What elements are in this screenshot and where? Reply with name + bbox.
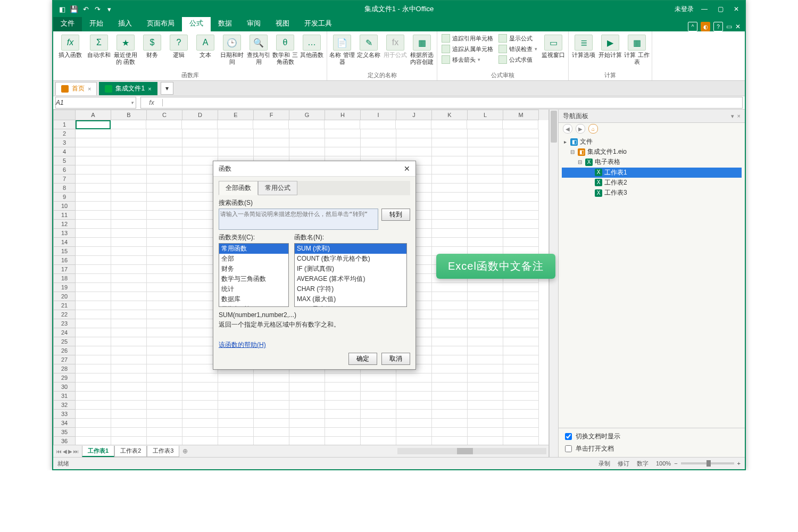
cell[interactable] xyxy=(254,383,289,392)
cell[interactable] xyxy=(503,129,539,138)
cell[interactable] xyxy=(76,184,111,193)
new-sheet-button[interactable]: ⊕ xyxy=(179,447,191,455)
cell[interactable] xyxy=(76,274,111,283)
cell[interactable] xyxy=(503,428,539,437)
col-header[interactable]: J xyxy=(396,110,432,120)
row-header[interactable]: 10 xyxy=(53,202,76,211)
row-header[interactable]: 7 xyxy=(53,174,76,184)
cell[interactable] xyxy=(111,129,147,138)
row-header[interactable]: 34 xyxy=(53,419,76,428)
ok-button[interactable]: 确定 xyxy=(348,353,377,365)
tree-sheet[interactable]: X工作表3 xyxy=(562,188,742,198)
cell[interactable] xyxy=(468,238,503,247)
cell[interactable] xyxy=(76,156,111,165)
cell[interactable] xyxy=(147,337,182,346)
row-header[interactable]: 3 xyxy=(53,138,76,147)
cell[interactable] xyxy=(325,383,361,392)
cell[interactable] xyxy=(289,138,325,147)
cell[interactable] xyxy=(325,120,360,129)
cell[interactable] xyxy=(147,383,182,392)
row-header[interactable]: 13 xyxy=(53,229,76,238)
col-header[interactable]: G xyxy=(289,110,325,120)
list-item[interactable]: IF (测试真假) xyxy=(295,264,406,274)
cell[interactable] xyxy=(325,401,361,410)
cell[interactable] xyxy=(396,401,432,410)
nav-forward-icon[interactable]: ▶ xyxy=(576,124,585,134)
zoom-out-icon[interactable]: − xyxy=(674,460,677,467)
cell[interactable] xyxy=(289,392,325,401)
cell[interactable] xyxy=(503,410,539,419)
row-header[interactable]: 5 xyxy=(53,156,76,165)
cell[interactable] xyxy=(111,120,146,129)
row-header[interactable]: 18 xyxy=(53,274,76,283)
cell[interactable] xyxy=(76,319,111,328)
list-item[interactable]: 财务 xyxy=(219,264,288,274)
first-sheet-icon[interactable]: ⏮ xyxy=(56,448,62,454)
cell[interactable] xyxy=(361,383,396,392)
cell[interactable] xyxy=(432,401,468,410)
cell[interactable] xyxy=(468,292,503,301)
cell[interactable] xyxy=(147,373,182,383)
function-list[interactable]: SUM (求和)COUNT (数字单元格个数)IF (测试真假)AVERAGE … xyxy=(294,243,407,307)
cell[interactable] xyxy=(218,129,254,138)
minimize-button[interactable]: — xyxy=(699,5,710,13)
cell[interactable] xyxy=(111,165,147,174)
watch-window-button[interactable]: ▭监视窗口 xyxy=(541,32,566,59)
cell[interactable] xyxy=(468,437,503,445)
cell[interactable] xyxy=(432,184,468,193)
cell[interactable] xyxy=(503,383,539,392)
row-header[interactable]: 32 xyxy=(53,401,76,410)
cell[interactable] xyxy=(218,373,254,383)
cell[interactable] xyxy=(468,337,503,346)
tab-插入[interactable]: 插入 xyxy=(111,15,139,31)
opt-single-checkbox[interactable]: 单击打开文档 xyxy=(563,443,741,455)
cell[interactable] xyxy=(147,156,182,165)
calc-sheet-button[interactable]: ▦计算 工作表 xyxy=(624,32,650,65)
col-header[interactable]: M xyxy=(503,110,539,120)
remove-arrows-button[interactable]: 移去箭头▾ xyxy=(439,55,495,64)
cell[interactable] xyxy=(147,147,182,156)
cell[interactable] xyxy=(432,129,468,138)
row-header[interactable]: 23 xyxy=(53,319,76,328)
cell[interactable] xyxy=(76,256,111,265)
save-icon[interactable]: 💾 xyxy=(69,4,79,14)
cell[interactable] xyxy=(503,419,539,428)
cell[interactable] xyxy=(468,364,503,373)
cell[interactable] xyxy=(147,256,182,265)
new-doc-button[interactable]: ▾ xyxy=(161,82,173,95)
row-header[interactable]: 19 xyxy=(53,283,76,292)
cell[interactable] xyxy=(111,156,147,165)
row-header[interactable]: 33 xyxy=(53,410,76,419)
cell[interactable] xyxy=(468,220,503,229)
cell[interactable] xyxy=(360,120,396,129)
cell[interactable] xyxy=(111,428,147,437)
cell[interactable] xyxy=(147,238,182,247)
cell[interactable] xyxy=(503,165,539,174)
cell[interactable] xyxy=(76,337,111,346)
tab-审阅[interactable]: 审阅 xyxy=(239,15,268,31)
cell[interactable] xyxy=(147,265,182,274)
cell[interactable] xyxy=(111,319,147,328)
tab-页面布局[interactable]: 页面布局 xyxy=(139,15,182,31)
cell[interactable] xyxy=(361,419,396,428)
col-header[interactable]: H xyxy=(325,110,361,120)
search-input[interactable] xyxy=(219,209,378,230)
cell[interactable] xyxy=(147,129,182,138)
cell[interactable] xyxy=(432,355,468,364)
cell[interactable] xyxy=(325,428,361,437)
cell[interactable] xyxy=(76,364,111,373)
row-header[interactable]: 24 xyxy=(53,328,76,337)
cell[interactable] xyxy=(254,428,289,437)
cell[interactable] xyxy=(325,437,361,445)
row-header[interactable]: 12 xyxy=(53,220,76,229)
cell[interactable] xyxy=(111,256,147,265)
cell[interactable] xyxy=(396,437,432,445)
cell[interactable] xyxy=(111,310,147,319)
cell[interactable] xyxy=(182,373,218,383)
tree-spreadsheet[interactable]: ⊟X电子表格 xyxy=(562,157,742,167)
col-header[interactable]: C xyxy=(147,110,182,120)
close-icon[interactable]: × xyxy=(148,86,151,92)
cell[interactable] xyxy=(503,156,539,165)
zoom-slider[interactable] xyxy=(681,462,734,464)
cell[interactable] xyxy=(76,283,111,292)
